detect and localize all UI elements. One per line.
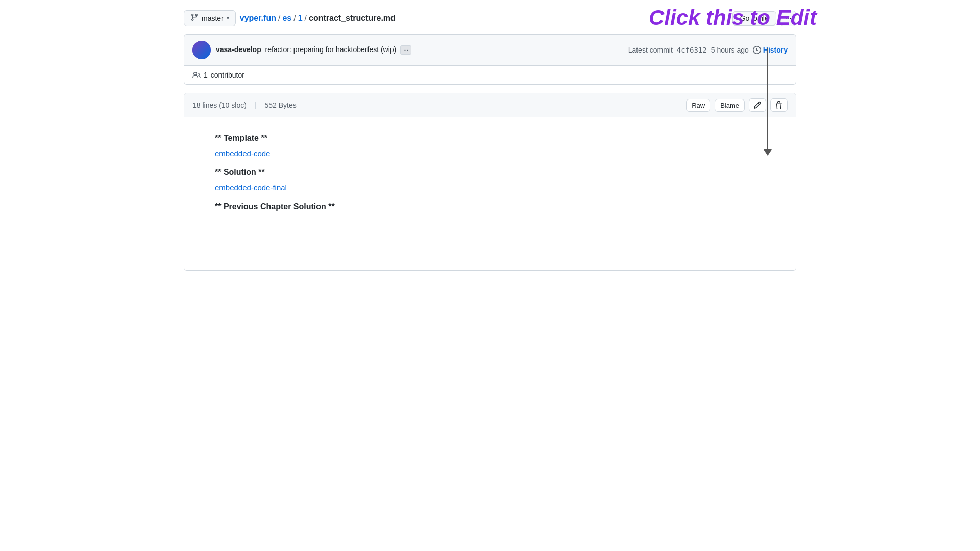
branch-selector[interactable]: master ▾ [184,10,236,26]
blame-button[interactable]: Blame [715,99,745,112]
commit-message: refactor: preparing for hacktoberfest (w… [263,45,399,54]
contributor-bar: 1 contributor [184,66,796,85]
file-actions: Raw Blame [686,98,788,112]
breadcrumb-sep-2: / [293,14,296,23]
content-heading-3: ** Previous Chapter Solution ** [215,202,765,211]
breadcrumb-filename: contract_structure.md [309,14,396,23]
breadcrumb-sep-3: / [305,14,307,23]
commit-ellipsis-btn[interactable]: ··· [400,45,411,55]
chevron-down-icon: ▾ [227,15,229,21]
content-link-2[interactable]: embedded-code-final [215,183,765,192]
breadcrumb-sep-1: / [278,14,280,23]
content-heading-2: ** Solution ** [215,168,765,177]
branch-name: master [202,14,224,22]
commit-info: vasa-develop refactor: preparing for hac… [216,45,411,55]
commit-hash[interactable]: 4cf6312 [677,46,707,54]
commit-left: vasa-develop refactor: preparing for hac… [192,41,411,59]
contributor-label: contributor [211,71,244,79]
delete-button[interactable] [770,98,788,112]
content-link-1[interactable]: embedded-code [215,149,765,158]
content-heading-1: ** Template ** [215,134,765,143]
file-header: 18 lines (10 sloc) | 552 Bytes Raw Blame [184,93,796,117]
file-stat-separator: | [255,101,257,109]
breadcrumb-path2[interactable]: 1 [298,14,303,23]
top-bar: master ▾ vyper.fun / es / 1 / contract_s… [184,10,796,26]
contributors-icon [192,71,201,79]
edit-icon [753,101,762,109]
file-lines-info: 18 lines (10 sloc) [192,101,247,109]
delete-icon [775,101,783,109]
raw-button[interactable]: Raw [686,99,710,112]
file-size: 552 Bytes [264,101,296,109]
commit-right: Latest commit 4cf6312 5 hours ago Histor… [628,46,788,54]
avatar [192,41,211,59]
contributor-count: 1 [204,71,208,79]
file-content: ** Template ** embedded-code ** Solution… [184,117,796,270]
file-stats: 18 lines (10 sloc) | 552 Bytes [192,101,297,109]
go-to-file-button[interactable]: Go to file [732,11,776,26]
file-content-wrapper: 18 lines (10 sloc) | 552 Bytes Raw Blame [184,93,796,271]
breadcrumb: vyper.fun / es / 1 / contract_structure.… [240,14,396,23]
commit-bar: vasa-develop refactor: preparing for hac… [184,34,796,66]
top-right-actions: Go to file ··· [732,11,796,26]
history-link[interactable]: History [753,46,788,54]
breadcrumb-repo-link[interactable]: vyper.fun [240,14,276,23]
history-label: History [763,46,788,54]
latest-commit-label: Latest commit [628,46,673,54]
breadcrumb-section: master ▾ vyper.fun / es / 1 / contract_s… [184,10,396,26]
commit-author[interactable]: vasa-develop [216,45,261,54]
breadcrumb-path1[interactable]: es [282,14,291,23]
more-options-button[interactable]: ··· [780,11,796,26]
edit-button[interactable] [749,98,766,112]
branch-icon [190,13,199,23]
commit-time: 5 hours ago [711,46,749,54]
